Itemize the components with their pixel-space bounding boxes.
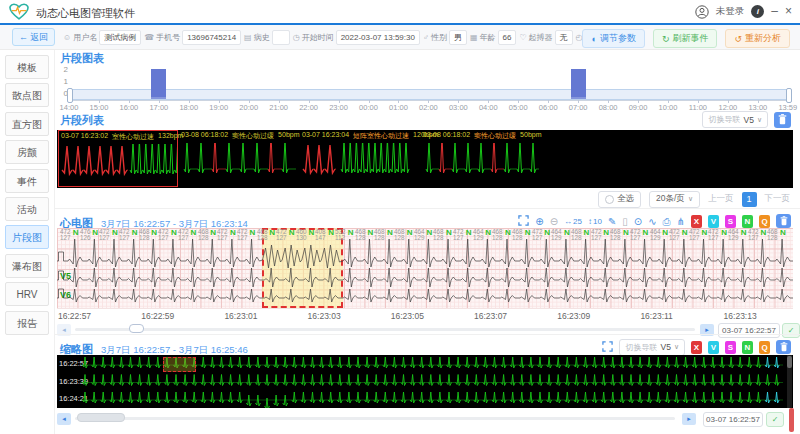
refresh-events-button[interactable]: ↻刷新事件: [653, 29, 718, 48]
scroll-track[interactable]: [75, 417, 675, 420]
button-label: 重新分析: [745, 32, 781, 45]
login-status[interactable]: 未登录: [716, 5, 745, 18]
thumbnail-selected-region[interactable]: [163, 357, 196, 372]
avatar-icon[interactable]: [695, 5, 709, 19]
print-icon[interactable]: ⎙: [663, 215, 671, 228]
thumbnail-toolbar: 切换导联V5∨XVSNQ: [602, 338, 791, 356]
wave-icon[interactable]: ∿: [648, 215, 656, 228]
edit-icon[interactable]: ✎: [608, 215, 616, 228]
button-label: 刷新事件: [672, 32, 708, 45]
ecg-header: 心电图3月7日 16:22:57 - 3月7日 16:23:14 ⊕⊖↔25↕1…: [57, 211, 793, 228]
beat-type-Q-button[interactable]: Q: [759, 341, 770, 354]
lead-select-value: V5: [660, 342, 670, 352]
sidebar-item-直方图[interactable]: 直方图: [5, 112, 49, 136]
sidebar-item-模板[interactable]: 模板: [5, 55, 49, 79]
fragment-pagination: 全选 20条/页 ∨ 上一页 1 下一页: [400, 191, 790, 207]
zoom-out-icon[interactable]: ⊖: [550, 215, 558, 228]
fragment-label: 03-07 16:23:02室性心动过速132bpm: [61, 132, 183, 142]
field-label: 性别: [431, 32, 447, 43]
brush-bar-stub: [151, 91, 166, 99]
beat-type-N-button[interactable]: N: [742, 215, 753, 228]
confirm-position-button[interactable]: ✓: [782, 323, 800, 338]
beat-type-S-button[interactable]: S: [725, 341, 736, 354]
fragment-time: 03-07 16:23:04: [302, 131, 349, 141]
prev-page-button[interactable]: 上一页: [708, 193, 734, 205]
speed-control[interactable]: ↔25: [564, 217, 582, 226]
next-page-button[interactable]: 下一页: [765, 193, 791, 205]
field-value: 13696745214: [182, 30, 241, 45]
time-icon: ◷: [293, 33, 300, 42]
scroll-thumb[interactable]: [129, 324, 144, 333]
page-size-dropdown[interactable]: 20条/页 ∨: [649, 191, 700, 208]
fragment-time: 03-07 16:23:02: [61, 132, 108, 142]
beat-type-Q-button[interactable]: Q: [759, 215, 770, 228]
thumbnail-position-field[interactable]: 03-07 16:22:57: [703, 412, 763, 427]
beat-type-X-button[interactable]: X: [691, 341, 702, 354]
ecg-scrollbar: ◂ ▸ 03-07 16:22:57 ✓: [57, 323, 793, 338]
beat-type-V-button[interactable]: V: [708, 215, 719, 228]
fragment-segment[interactable]: 03-08 06:18:02窦性心动过缓50bpm: [179, 130, 299, 187]
ecg-time-axis: 16:22:5716:22:5916:23:0116:23:0316:23:05…: [57, 308, 793, 323]
beat-type-X-button[interactable]: X: [691, 215, 702, 228]
sidebar-item-活动[interactable]: 活动: [5, 197, 49, 221]
page-scrollbar-thumb[interactable]: [789, 408, 794, 432]
info-icon[interactable]: i: [751, 5, 764, 18]
scroll-track[interactable]: [75, 328, 695, 331]
fragment-segment[interactable]: 03-08 06:18:02窦性心动过缓50bpm: [421, 130, 541, 187]
delete-button[interactable]: [776, 214, 791, 228]
delete-button[interactable]: [776, 340, 791, 354]
field-label: 年龄: [480, 32, 496, 43]
ecg-chart[interactable]: 472127N476126N472127N472127N468128N47212…: [57, 228, 793, 308]
phone-icon: ☎: [144, 33, 154, 42]
zoom-in-icon[interactable]: ⊕: [535, 215, 543, 228]
timeline-brush[interactable]: [67, 89, 790, 100]
sidebar-item-HRV[interactable]: HRV: [5, 282, 49, 306]
fragment-segment[interactable]: 03-07 16:23:02室性心动过速132bpm: [58, 130, 178, 187]
lead-select-dropdown[interactable]: 切换导联 V5 ∨: [702, 111, 768, 128]
fragment-list-strip: 03-07 16:23:02室性心动过速132bpm03-08 06:18:02…: [57, 130, 793, 188]
scroll-left-button[interactable]: ◂: [57, 413, 71, 425]
brush-handle[interactable]: [67, 88, 73, 103]
delete-fragment-button[interactable]: [774, 112, 791, 128]
caliper-icon[interactable]: ▯: [622, 215, 628, 228]
reanalyze-button[interactable]: ↺重新分析: [725, 29, 790, 48]
patient-field: ☎手机号13696745214: [144, 30, 241, 45]
sidebar-item-房颤[interactable]: 房颤: [5, 140, 49, 164]
expand-icon[interactable]: [602, 338, 613, 356]
sidebar-item-片段图[interactable]: 片段图: [5, 225, 49, 249]
beat-type-V-button[interactable]: V: [708, 341, 719, 354]
back-button[interactable]: ← 返回: [12, 28, 55, 46]
branch-icon[interactable]: ⋔: [677, 215, 685, 228]
thumbnail-strip[interactable]: 16:22:5716:23:3916:24:21: [57, 355, 793, 408]
fragment-segment[interactable]: 03-07 16:23:04短阵室性心动过速120bpm: [300, 130, 420, 187]
page-number[interactable]: 1: [742, 192, 757, 207]
sidebar-item-瀑布图[interactable]: 瀑布图: [5, 254, 49, 278]
confirm-position-button[interactable]: ✓: [766, 412, 784, 427]
adjust-params-button[interactable]: ◐调节参数: [582, 29, 644, 48]
ecg-waveform: [57, 228, 793, 308]
close-button[interactable]: ×: [785, 5, 792, 18]
lead-select-dropdown[interactable]: 切换导联V5∨: [619, 339, 685, 356]
v-arrows-icon: ↕: [588, 217, 592, 226]
scroll-right-button[interactable]: ▸: [682, 413, 696, 425]
fragment-event: 窦性心动过缓: [474, 131, 516, 141]
minimize-button[interactable]: –: [771, 5, 778, 18]
adjust-params-button-icon: ◐: [591, 34, 596, 44]
select-all-checkbox[interactable]: 全选: [598, 191, 641, 208]
sidebar-item-报告[interactable]: 报告: [5, 311, 49, 335]
scroll-thumb[interactable]: [77, 413, 125, 422]
brush-handle[interactable]: [786, 88, 792, 103]
lead-select-placeholder: 切换导联: [625, 342, 657, 353]
beat-type-S-button[interactable]: S: [725, 215, 736, 228]
patient-field: ☺用户名测试病例: [63, 30, 141, 45]
thumbnail-vertical-scroll-thumb[interactable]: [787, 356, 792, 368]
ecg-position-field[interactable]: 03-07 16:22:57: [718, 323, 780, 338]
gain-control[interactable]: ↕10: [588, 217, 602, 226]
fragment-waveform: [179, 143, 297, 185]
trash-icon: [780, 216, 788, 226]
sidebar-item-事件[interactable]: 事件: [5, 169, 49, 193]
search-beat-icon[interactable]: ⊙: [634, 215, 642, 228]
beat-type-N-button[interactable]: N: [742, 341, 753, 354]
patient-field: ♡起搏器无: [519, 30, 572, 45]
sidebar-item-散点图[interactable]: 散点图: [5, 83, 49, 107]
